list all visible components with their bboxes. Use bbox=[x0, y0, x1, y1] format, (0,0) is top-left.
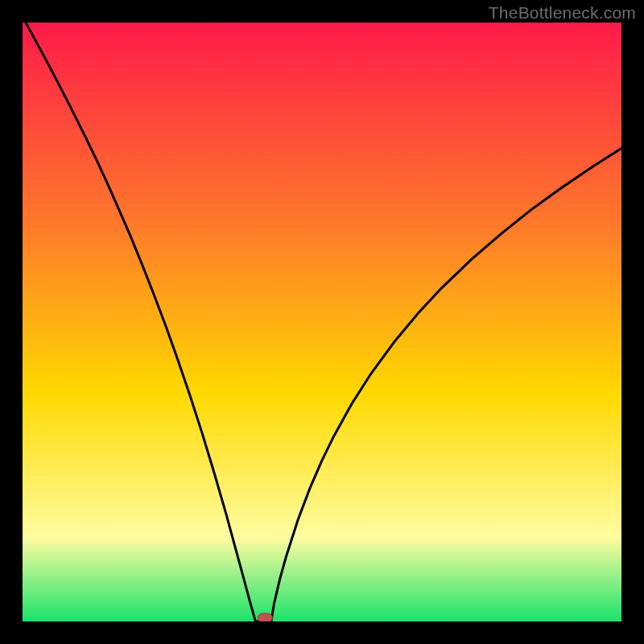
plot-area bbox=[23, 23, 621, 621]
optimal-marker bbox=[258, 613, 272, 621]
watermark-text: TheBottleneck.com bbox=[489, 3, 636, 23]
plot-svg bbox=[23, 23, 621, 621]
gradient-background bbox=[23, 23, 621, 621]
chart-frame: TheBottleneck.com bbox=[0, 0, 644, 644]
